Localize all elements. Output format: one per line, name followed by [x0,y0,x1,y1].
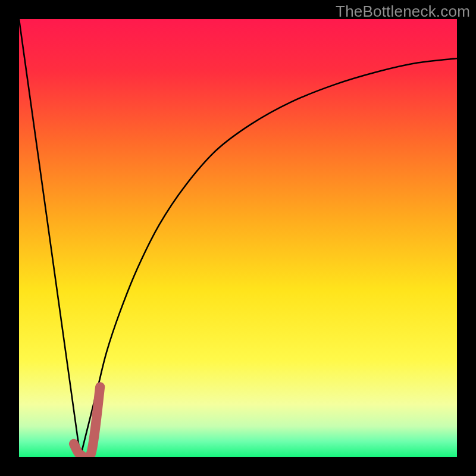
j-tick-path [74,387,100,457]
curves-layer [19,19,457,457]
left-line-path [19,19,80,457]
right-curve-path [80,58,457,457]
watermark-label: TheBottleneck.com [336,2,470,21]
plot-area [19,19,457,457]
chart-frame: TheBottleneck.com [0,0,476,476]
